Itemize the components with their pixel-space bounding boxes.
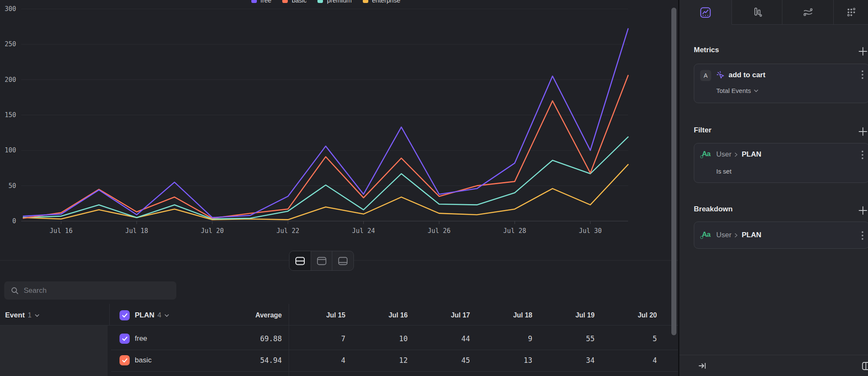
search-placeholder: Search (24, 286, 47, 295)
legend-item-basic[interactable]: basic (282, 0, 306, 4)
row-value: 4 (606, 356, 657, 365)
y-axis-label: 50 (8, 182, 16, 190)
row-checkbox-free[interactable] (120, 334, 130, 344)
layout-toggle (289, 251, 354, 271)
top-band-icon (317, 257, 327, 265)
legend-item-premium[interactable]: premium (317, 0, 351, 4)
x-axis-label: Jul 16 (50, 227, 72, 235)
event-group-cell: add to cart [Total] (0, 325, 108, 376)
x-axis-label: Jul 18 (125, 227, 148, 235)
event-cursor-icon (716, 71, 725, 80)
add-breakdown-button[interactable] (858, 205, 868, 216)
row-value: 12 (357, 356, 408, 365)
main-area: 050100150200250300Jul 16Jul 18Jul 20Jul … (0, 0, 678, 376)
metrics-section-title: Metrics (694, 46, 719, 54)
tab-insights-line[interactable] (679, 0, 732, 25)
legend-item-enterprise[interactable]: enterprise (363, 0, 401, 4)
row-value: 10 (357, 334, 408, 343)
insights-report-app: 050100150200250300Jul 16Jul 18Jul 20Jul … (0, 0, 868, 376)
search-input[interactable]: Search (4, 281, 176, 300)
flow-icon (802, 6, 814, 18)
legend-label: basic (292, 0, 306, 4)
add-filter-button[interactable] (858, 126, 868, 137)
y-axis-label: 0 (12, 217, 16, 225)
legend-label: enterprise (372, 0, 401, 4)
breakdown-section-title: Breakdown (694, 205, 733, 213)
x-axis-label: Jul 22 (276, 227, 299, 235)
property-type-icon: Aa (702, 150, 710, 158)
x-axis-label: Jul 30 (579, 227, 602, 235)
breakdown-scope: User (716, 231, 732, 239)
row-value: 7 (295, 334, 345, 343)
row-value: 34 (544, 356, 595, 365)
metric-event-name[interactable]: add to cart (729, 71, 765, 79)
property-type-icon: Aa (702, 230, 710, 239)
breakdown-card[interactable]: Aa User PLAN (694, 222, 868, 249)
legend-label: free (261, 0, 272, 4)
row-value: 13 (481, 356, 532, 365)
legend-swatch (317, 0, 323, 3)
breakdown-property[interactable]: PLAN (742, 231, 761, 239)
filter-scope: User (716, 150, 732, 159)
event-count: 1 (28, 311, 31, 320)
row-separator (111, 350, 678, 350)
layout-table-focus-button[interactable] (332, 251, 353, 270)
x-axis-label: Jul 24 (352, 227, 375, 235)
date-column-header[interactable]: Jul 18 (481, 306, 532, 325)
filter-operator[interactable]: Is set (716, 168, 732, 175)
row-average: 54.94 (231, 356, 282, 365)
x-axis-label: Jul 20 (201, 227, 224, 235)
y-axis-label: 300 (5, 5, 16, 13)
collapse-panel-icon[interactable] (698, 362, 707, 370)
chevron-down-icon (35, 314, 39, 317)
y-axis-label: 250 (5, 40, 16, 48)
series-line-free[interactable] (23, 29, 628, 218)
metric-card[interactable]: A add to cart Total Events (694, 64, 868, 103)
search-icon (11, 287, 19, 295)
filter-property[interactable]: PLAN (742, 150, 761, 159)
date-column-header[interactable]: Jul 17 (419, 306, 470, 325)
sidebar-footer (679, 355, 868, 376)
y-axis-label: 150 (5, 111, 16, 119)
date-column-header[interactable]: Jul 15 (295, 306, 345, 325)
date-column-header[interactable]: Jul 20 (606, 306, 657, 325)
filter-options-button[interactable] (862, 151, 863, 159)
check-icon (122, 313, 128, 318)
line-chart-icon (700, 7, 711, 18)
tab-flow[interactable] (782, 0, 834, 25)
legend-label: premium (327, 0, 351, 4)
chevron-down-icon (164, 314, 169, 317)
row-value: 9 (481, 334, 532, 343)
add-metric-button[interactable] (858, 46, 868, 56)
filter-card[interactable]: Aa User PLAN Is set (694, 143, 868, 183)
row-value: 5 (606, 334, 657, 343)
legend-item-free[interactable]: free (251, 0, 272, 4)
layout-split-button[interactable] (289, 251, 311, 270)
chart-legend: freebasicpremiumenterprise (23, 0, 628, 4)
split-view-icon (295, 257, 305, 265)
metric-letter-badge: A (700, 70, 711, 81)
row-checkbox-basic[interactable] (120, 355, 130, 365)
x-axis-label: Jul 28 (503, 227, 526, 235)
column-divider (109, 304, 110, 325)
plan-count: 4 (157, 311, 161, 320)
event-column-header[interactable]: Event 1 (5, 306, 39, 325)
tab-more-visualizations[interactable] (834, 0, 868, 25)
metric-aggregation[interactable]: Total Events (716, 87, 758, 94)
y-axis-label: 100 (5, 146, 16, 154)
row-average: 69.88 (231, 334, 282, 343)
tab-bar-chart[interactable] (732, 0, 782, 25)
plan-select-all-checkbox[interactable] (120, 310, 130, 320)
plan-column-header[interactable]: PLAN 4 (135, 306, 169, 325)
layout-chart-focus-button[interactable] (311, 251, 333, 270)
date-column-header[interactable]: Jul 16 (357, 306, 408, 325)
chevron-down-icon (754, 90, 758, 92)
y-axis-label: 200 (5, 76, 16, 84)
panel-layout-icon[interactable] (862, 362, 868, 370)
average-column-header[interactable]: Average (231, 306, 282, 325)
line-chart[interactable]: 050100150200250300Jul 16Jul 18Jul 20Jul … (0, 0, 678, 238)
metric-options-button[interactable] (862, 70, 863, 79)
breakdown-options-button[interactable] (862, 231, 863, 240)
main-scrollbar[interactable] (671, 8, 676, 335)
date-column-header[interactable]: Jul 19 (544, 306, 595, 325)
